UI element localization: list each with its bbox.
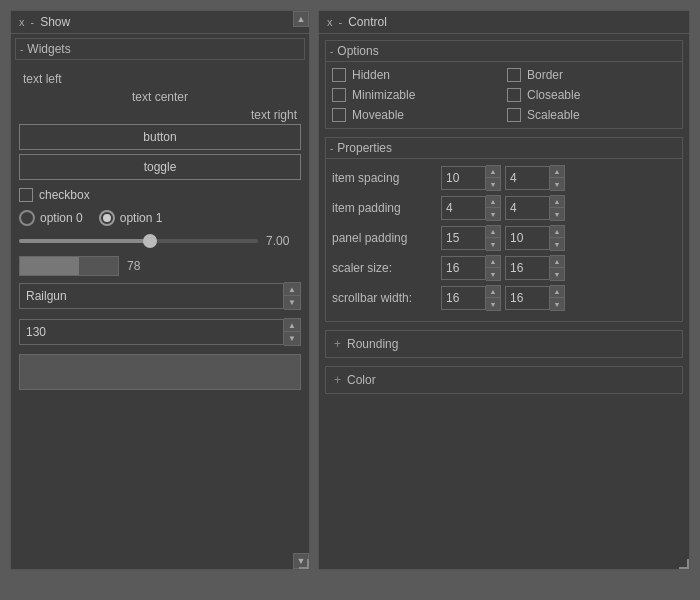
prop-spinners-4: ▲ ▼ ▲ ▼ (441, 285, 565, 311)
option-border-checkbox[interactable] (507, 68, 521, 82)
radio-item-1[interactable]: option 1 (99, 210, 163, 226)
prop-up-2a[interactable]: ▲ (486, 226, 500, 238)
options-collapse-button[interactable]: - (330, 46, 333, 57)
prop-down-0b[interactable]: ▼ (550, 178, 564, 190)
radio-item-0[interactable]: option 0 (19, 210, 83, 226)
option-scaleable-label: Scaleable (527, 108, 580, 122)
prop-spinner-0a: ▲ ▼ (441, 165, 501, 191)
right-close-button[interactable]: x (327, 16, 333, 28)
right-titlebar: x - Control (319, 11, 689, 34)
properties-collapse-button[interactable]: - (330, 143, 333, 154)
prop-up-4a[interactable]: ▲ (486, 286, 500, 298)
radio-0[interactable] (19, 210, 35, 226)
prop-spinners-1: ▲ ▼ ▲ ▼ (441, 195, 565, 221)
prop-input-3a[interactable] (441, 256, 486, 280)
option-moveable-checkbox[interactable] (332, 108, 346, 122)
scroll-up-button[interactable]: ▲ (293, 11, 309, 27)
option-hidden[interactable]: Hidden (332, 68, 501, 82)
color-title: Color (347, 373, 376, 387)
prop-up-0a[interactable]: ▲ (486, 166, 500, 178)
prop-down-3a[interactable]: ▼ (486, 268, 500, 280)
radio-1[interactable] (99, 210, 115, 226)
slider-thumb[interactable] (143, 234, 157, 248)
left-dash: - (31, 16, 35, 28)
text-center-widget: text center (19, 88, 301, 106)
spinner1-row: ▲ ▼ (19, 280, 301, 312)
prop-down-2a[interactable]: ▼ (486, 238, 500, 250)
prop-down-4a[interactable]: ▼ (486, 298, 500, 310)
prop-down-3b[interactable]: ▼ (550, 268, 564, 280)
prop-up-0b[interactable]: ▲ (550, 166, 564, 178)
button-widget[interactable]: button (19, 124, 301, 150)
properties-section-header: - Properties (326, 138, 682, 159)
prop-up-2b[interactable]: ▲ (550, 226, 564, 238)
prop-input-3b[interactable] (505, 256, 550, 280)
spinner2-up[interactable]: ▲ (284, 319, 300, 332)
slider-track[interactable] (19, 239, 258, 243)
prop-up-1a[interactable]: ▲ (486, 196, 500, 208)
prop-input-0b[interactable] (505, 166, 550, 190)
spinner1-down[interactable]: ▼ (284, 296, 300, 309)
prop-input-4a[interactable] (441, 286, 486, 310)
spinner1-buttons: ▲ ▼ (284, 282, 301, 310)
prop-label-item-padding: item padding (332, 201, 437, 215)
prop-up-3b[interactable]: ▲ (550, 256, 564, 268)
prop-input-4b[interactable] (505, 286, 550, 310)
right-dash: - (339, 16, 343, 28)
text-right-widget: text right (19, 106, 301, 124)
right-panel: x - Control - Options Hidden Border (318, 10, 690, 570)
prop-down-4b[interactable]: ▼ (550, 298, 564, 310)
option-hidden-checkbox[interactable] (332, 68, 346, 82)
spinner2-input[interactable] (19, 319, 284, 345)
prop-input-1b[interactable] (505, 196, 550, 220)
resize-corner[interactable] (299, 559, 309, 569)
checkbox-widget[interactable] (19, 188, 33, 202)
prop-row-item-padding: item padding ▲ ▼ ▲ (332, 195, 676, 221)
prop-input-2b[interactable] (505, 226, 550, 250)
slider-fill (19, 239, 150, 243)
prop-input-2a[interactable] (441, 226, 486, 250)
right-panel-title: Control (348, 15, 387, 29)
prop-spinners-3: ▲ ▼ ▲ ▼ (441, 255, 565, 281)
options-grid: Hidden Border Minimizable Closeable Move… (326, 62, 682, 128)
left-panel-title: Show (40, 15, 70, 29)
option-minimizable[interactable]: Minimizable (332, 88, 501, 102)
prop-btns-4a: ▲ ▼ (486, 285, 501, 311)
prop-spinner-0b: ▲ ▼ (505, 165, 565, 191)
prop-up-3a[interactable]: ▲ (486, 256, 500, 268)
option-closeable-label: Closeable (527, 88, 580, 102)
prop-spinner-2a: ▲ ▼ (441, 225, 501, 251)
option-scaleable-checkbox[interactable] (507, 108, 521, 122)
prop-label-scrollbar-width: scrollbar width: (332, 291, 437, 305)
option-border-label: Border (527, 68, 563, 82)
prop-up-4b[interactable]: ▲ (550, 286, 564, 298)
prop-btns-3a: ▲ ▼ (486, 255, 501, 281)
prop-down-0a[interactable]: ▼ (486, 178, 500, 190)
color-header[interactable]: + Color (326, 367, 682, 393)
rounding-header[interactable]: + Rounding (326, 331, 682, 357)
prop-down-2b[interactable]: ▼ (550, 238, 564, 250)
prop-up-1b[interactable]: ▲ (550, 196, 564, 208)
textarea-widget[interactable] (19, 354, 301, 390)
widgets-collapse-button[interactable]: - (20, 44, 23, 55)
prop-down-1b[interactable]: ▼ (550, 208, 564, 220)
option-closeable-checkbox[interactable] (507, 88, 521, 102)
spinner1-up[interactable]: ▲ (284, 283, 300, 296)
text-left-widget: text left (19, 70, 301, 88)
prop-btns-4b: ▲ ▼ (550, 285, 565, 311)
option-moveable[interactable]: Moveable (332, 108, 501, 122)
prop-input-0a[interactable] (441, 166, 486, 190)
spinner2-down[interactable]: ▼ (284, 332, 300, 345)
option-scaleable[interactable]: Scaleable (507, 108, 676, 122)
spinner1-input[interactable] (19, 283, 284, 309)
right-resize-corner[interactable] (679, 559, 689, 569)
toggle-widget[interactable]: toggle (19, 154, 301, 180)
color-expand-icon: + (334, 373, 341, 387)
left-close-button[interactable]: x (19, 16, 25, 28)
radio-row: option 0 option 1 (19, 206, 301, 230)
option-minimizable-checkbox[interactable] (332, 88, 346, 102)
option-border[interactable]: Border (507, 68, 676, 82)
option-closeable[interactable]: Closeable (507, 88, 676, 102)
prop-down-1a[interactable]: ▼ (486, 208, 500, 220)
prop-input-1a[interactable] (441, 196, 486, 220)
